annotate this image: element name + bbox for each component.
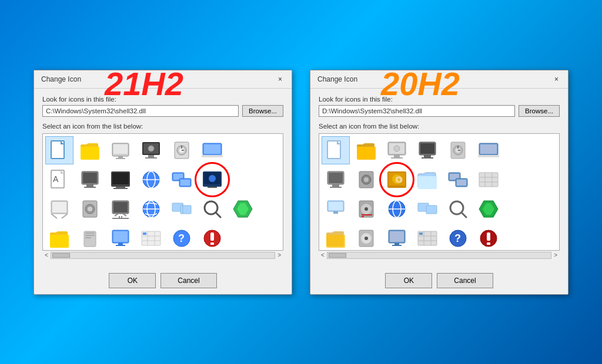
svg-rect-49	[113, 202, 128, 213]
svg-line-43	[51, 214, 57, 218]
icon-cell-17-20h2[interactable]	[474, 195, 503, 223]
icon-cell-14-20h2[interactable]	[383, 195, 411, 223]
svg-text:A: A	[53, 174, 59, 184]
icon-cell-12-20h2[interactable]	[322, 195, 350, 223]
icon-cell-13[interactable]	[76, 195, 104, 223]
close-button-20h2[interactable]: ×	[552, 75, 561, 83]
svg-line-44	[62, 214, 68, 218]
icon-cell-14[interactable]	[106, 195, 135, 223]
icon-cell-8-21h2[interactable]	[106, 166, 135, 194]
svg-text:📀: 📀	[394, 175, 403, 184]
dialog-title-20h2: Change Icon	[317, 75, 357, 83]
file-row-20h2: Browse...	[319, 105, 560, 117]
cancel-button-20h2[interactable]: Cancel	[437, 273, 493, 288]
icon-cell-8-20h2-highlighted[interactable]: 📀	[383, 166, 411, 194]
icon-cell-12[interactable]	[45, 195, 73, 223]
icon-cell-4-20h2[interactable]	[444, 136, 472, 164]
icon-cell-3-20h2[interactable]	[413, 136, 442, 164]
icon-cell-10[interactable]	[168, 166, 196, 194]
browse-button-21h2[interactable]: Browse...	[242, 105, 283, 117]
svg-rect-40	[208, 187, 217, 188]
scroll-left-21h2[interactable]: <	[42, 252, 51, 258]
icon-cell-13-20h2[interactable]	[352, 195, 380, 223]
icon-grid-21h2: A	[42, 133, 283, 251]
close-button-21h2[interactable]: ×	[276, 75, 285, 83]
icon-row-1	[45, 136, 280, 164]
ok-button-20h2[interactable]: OK	[385, 273, 432, 288]
icon-cell-10-20h2[interactable]	[444, 166, 472, 194]
icon-cell-11-highlighted-21h2[interactable]	[198, 166, 226, 194]
dialog-body-20h2: Look for icons in this file: Browse... S…	[310, 89, 568, 267]
icon-cell-19[interactable]	[45, 224, 73, 251]
icon-cell-17[interactable]	[198, 195, 226, 223]
svg-rect-110	[387, 171, 406, 188]
dialog-footer-20h2: OK Cancel	[310, 267, 568, 294]
svg-rect-89	[391, 157, 403, 159]
svg-point-47	[88, 207, 92, 211]
scrollbar-track-20h2[interactable]	[327, 252, 551, 259]
icon-cell-23[interactable]: ?	[168, 224, 196, 251]
svg-rect-37	[203, 171, 222, 187]
version-label-20h2: 20H2	[381, 65, 460, 103]
svg-rect-28	[116, 187, 125, 188]
cancel-button-21h2[interactable]: Cancel	[160, 273, 216, 288]
icon-cell-1-20h2[interactable]	[352, 136, 380, 164]
icon-cell-0-20h2[interactable]	[322, 136, 350, 164]
scrollbar-20h2: < >	[319, 251, 560, 260]
icon-cell-6[interactable]: A	[45, 166, 73, 194]
icon-cell-18[interactable]	[229, 195, 257, 223]
version-label-21h2: 21H2	[105, 65, 183, 103]
icon-cell-19-20h2[interactable]	[322, 224, 350, 251]
icon-cell-9-20h2[interactable]	[413, 166, 442, 194]
browse-button-20h2[interactable]: Browse...	[519, 105, 560, 117]
icon-cell-20[interactable]	[76, 224, 104, 251]
icon-cell-6-20h2[interactable]	[322, 166, 350, 194]
icon-cell-2[interactable]	[106, 136, 135, 164]
icon-cell-24[interactable]	[198, 224, 226, 251]
change-icon-dialog-20h2: 20H2 Change Icon × Look for icons in thi…	[310, 70, 568, 295]
icon-cell-3[interactable]	[137, 136, 165, 164]
icon-cell-4[interactable]	[168, 136, 196, 164]
svg-rect-134	[426, 205, 437, 214]
icon-cell-21-20h2[interactable]	[383, 224, 411, 251]
scroll-right-21h2[interactable]: >	[275, 252, 283, 258]
icon-cell-23-20h2[interactable]: ?	[444, 224, 472, 251]
ok-button-21h2[interactable]: OK	[109, 273, 156, 288]
svg-rect-156	[487, 242, 490, 245]
scroll-right-20h2[interactable]: >	[551, 252, 560, 258]
icon-cell-5[interactable]	[198, 136, 226, 164]
icon-cell-20-20h2[interactable]	[352, 224, 380, 251]
icon-cell-7[interactable]	[76, 166, 104, 194]
icon-cell-2-20h2[interactable]	[383, 136, 411, 164]
icon-cell-22-20h2[interactable]	[413, 224, 442, 251]
svg-text:?: ?	[454, 232, 461, 244]
icon-cell-24-20h2[interactable]	[474, 224, 503, 251]
icon-cell-21[interactable]	[106, 224, 135, 251]
file-path-input-20h2[interactable]	[319, 105, 515, 117]
svg-rect-25	[84, 187, 96, 188]
icon-cell-15[interactable]	[137, 195, 165, 223]
icon-cell-16-20h2[interactable]	[444, 195, 472, 223]
svg-line-51	[123, 214, 126, 216]
icon-cell-7-20h2[interactable]	[352, 166, 380, 194]
scrollbar-track-21h2[interactable]	[51, 252, 275, 259]
icon-cell-11-20h2[interactable]	[474, 166, 503, 194]
svg-rect-72	[116, 245, 125, 246]
icon-cell-5-20h2[interactable]	[474, 136, 503, 164]
icon-cell-1[interactable]	[76, 136, 104, 164]
icon-cell-15-20h2[interactable]	[413, 195, 442, 223]
scroll-left-20h2[interactable]: <	[319, 252, 327, 258]
dialog-title-21h2: Change Icon	[41, 75, 81, 83]
icon-cell-0[interactable]	[45, 136, 73, 164]
svg-rect-111	[389, 173, 405, 186]
file-path-input-21h2[interactable]	[42, 105, 239, 117]
icon-cell-9[interactable]	[137, 166, 165, 194]
file-row-21h2: Browse...	[42, 105, 283, 117]
svg-point-109	[364, 177, 369, 182]
svg-rect-83	[210, 242, 214, 245]
change-icon-dialog-21h2: 21H2 Change Icon × Look for icons in thi…	[34, 70, 292, 295]
svg-rect-36	[180, 180, 190, 186]
svg-rect-145	[392, 245, 402, 246]
icon-cell-16[interactable]	[168, 195, 196, 223]
icon-cell-22[interactable]	[137, 224, 165, 251]
